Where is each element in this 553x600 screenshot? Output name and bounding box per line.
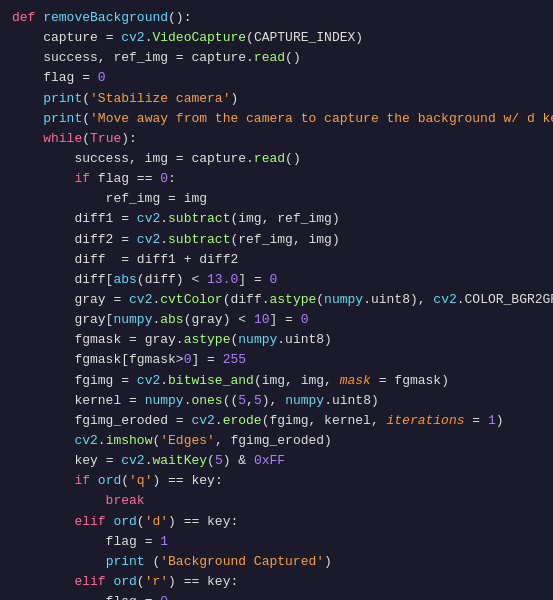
code-line: flag = 0	[12, 592, 541, 600]
code-line: diff = diff1 + diff2	[12, 250, 541, 270]
code-line: diff2 = cv2.subtract(ref_img, img)	[12, 230, 541, 250]
code-line: key = cv2.waitKey(5) & 0xFF	[12, 451, 541, 471]
code-line: flag = 1	[12, 532, 541, 552]
code-line: capture = cv2.VideoCapture(CAPTURE_INDEX…	[12, 28, 541, 48]
code-line: fgimg_eroded = cv2.erode(fgimg, kernel, …	[12, 411, 541, 431]
code-line: flag = 0	[12, 68, 541, 88]
code-editor: def removeBackground(): capture = cv2.Vi…	[0, 0, 553, 600]
code-line: diff[abs(diff) < 13.0] = 0	[12, 270, 541, 290]
code-line: elif ord('r') == key:	[12, 572, 541, 592]
code-line: diff1 = cv2.subtract(img, ref_img)	[12, 209, 541, 229]
code-line: cv2.imshow('Edges', fgimg_eroded)	[12, 431, 541, 451]
code-line: def removeBackground():	[12, 8, 541, 28]
code-line: fgmask[fgmask>0] = 255	[12, 350, 541, 370]
code-line: gray = cv2.cvtColor(diff.astype(numpy.ui…	[12, 290, 541, 310]
code-line: print ('Background Captured')	[12, 552, 541, 572]
code-line: if ord('q') == key:	[12, 471, 541, 491]
code-line: if flag == 0:	[12, 169, 541, 189]
code-line: break	[12, 491, 541, 511]
code-line: ref_img = img	[12, 189, 541, 209]
code-line: print('Move away from the camera to capt…	[12, 109, 541, 129]
code-line: elif ord('d') == key:	[12, 512, 541, 532]
code-line: print('Stabilize camera')	[12, 89, 541, 109]
code-line: success, img = capture.read()	[12, 149, 541, 169]
code-line: success, ref_img = capture.read()	[12, 48, 541, 68]
code-line: kernel = numpy.ones((5,5), numpy.uint8)	[12, 391, 541, 411]
code-line: while(True):	[12, 129, 541, 149]
code-line: fgimg = cv2.bitwise_and(img, img, mask =…	[12, 371, 541, 391]
code-line: gray[numpy.abs(gray) < 10] = 0	[12, 310, 541, 330]
code-line: fgmask = gray.astype(numpy.uint8)	[12, 330, 541, 350]
